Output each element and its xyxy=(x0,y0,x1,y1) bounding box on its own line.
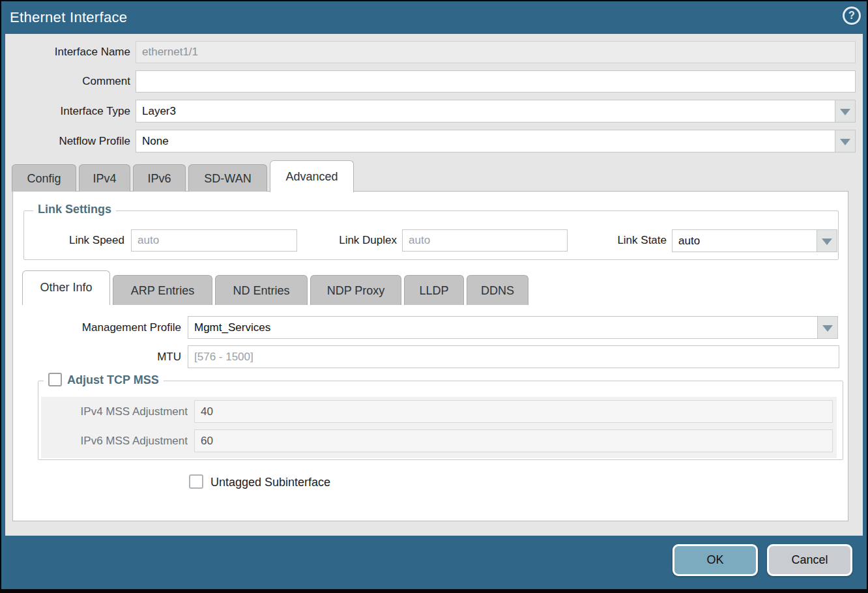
mtu-label: MTU xyxy=(51,345,181,368)
ipv4-mss-input xyxy=(194,400,833,423)
tab-advanced[interactable]: Advanced xyxy=(270,160,354,192)
tab-ddns[interactable]: DDNS xyxy=(467,275,528,305)
comment-label: Comment xyxy=(5,70,130,93)
link-speed-label: Link Speed xyxy=(53,229,124,252)
link-speed-input[interactable] xyxy=(131,229,297,252)
inner-tab-bar: Other Info ARP Entries ND Entries NDP Pr… xyxy=(22,270,528,305)
interface-type-dropdown-button[interactable] xyxy=(835,100,856,123)
tab-sdwan[interactable]: SD-WAN xyxy=(188,164,267,192)
link-duplex-input[interactable] xyxy=(402,229,568,252)
advanced-tab-panel: Link Settings Link Speed Link Duplex Lin… xyxy=(12,191,848,521)
link-state-value[interactable] xyxy=(672,229,817,252)
management-profile-value[interactable] xyxy=(188,316,818,339)
tab-config[interactable]: Config xyxy=(12,164,76,192)
dialog-footer: OK Cancel xyxy=(5,536,863,589)
ipv6-mss-input xyxy=(194,429,833,452)
ipv4-mss-label: IPv4 MSS Adjustment xyxy=(57,400,188,423)
main-tab-bar: Config IPv4 IPv6 SD-WAN Advanced xyxy=(12,160,354,192)
ipv6-mss-label: IPv6 MSS Adjustment xyxy=(57,429,188,452)
netflow-dropdown-button[interactable] xyxy=(835,130,856,152)
link-state-select[interactable] xyxy=(672,229,837,252)
chevron-down-icon xyxy=(822,239,832,245)
interface-type-label: Interface Type xyxy=(5,100,130,123)
adjust-tcp-mss-legend: Adjust TCP MSS xyxy=(44,373,164,387)
help-icon[interactable]: ? xyxy=(843,7,861,25)
tab-ipv6[interactable]: IPv6 xyxy=(133,164,186,192)
adjust-tcp-mss-text: Adjust TCP MSS xyxy=(67,373,159,386)
interface-type-select[interactable] xyxy=(136,100,856,123)
chevron-down-icon xyxy=(822,325,833,332)
link-state-label: Link State xyxy=(601,229,667,252)
title-bar: Ethernet Interface ? xyxy=(1,1,867,34)
netflow-profile-label: Netflow Profile xyxy=(5,130,130,152)
untagged-subinterface-checkbox[interactable] xyxy=(189,474,203,489)
mtu-input[interactable] xyxy=(188,345,839,368)
interface-name-label: Interface Name xyxy=(5,41,130,63)
ok-button[interactable]: OK xyxy=(673,544,758,576)
link-settings-legend: Link Settings xyxy=(33,203,116,216)
untagged-subinterface-label: Untagged Subinterface xyxy=(210,474,330,490)
netflow-profile-value[interactable] xyxy=(136,130,835,152)
cancel-button[interactable]: Cancel xyxy=(767,544,852,576)
ethernet-interface-dialog: Ethernet Interface ? Interface Name Comm… xyxy=(0,0,868,593)
link-duplex-label: Link Duplex xyxy=(325,229,397,252)
dialog-body: Interface Name Comment Interface Type Ne… xyxy=(5,34,863,536)
adjust-tcp-mss-checkbox[interactable] xyxy=(48,373,62,386)
tab-lldp[interactable]: LLDP xyxy=(404,275,464,305)
interface-type-value[interactable] xyxy=(136,100,835,123)
management-profile-label: Management Profile xyxy=(51,316,181,339)
management-profile-dropdown-button[interactable] xyxy=(818,316,838,339)
comment-input[interactable] xyxy=(136,70,856,93)
tab-ndp-proxy[interactable]: NDP Proxy xyxy=(310,275,401,305)
netflow-profile-select[interactable] xyxy=(136,130,856,152)
tab-arp-entries[interactable]: ARP Entries xyxy=(113,275,212,305)
tab-nd-entries[interactable]: ND Entries xyxy=(215,275,308,305)
dialog-title: Ethernet Interface xyxy=(10,1,127,34)
management-profile-select[interactable] xyxy=(188,316,838,339)
link-state-dropdown-button[interactable] xyxy=(817,229,837,252)
interface-name-input xyxy=(136,41,856,63)
mss-panel: IPv4 MSS Adjustment IPv6 MSS Adjustment xyxy=(41,397,837,458)
tab-ipv4[interactable]: IPv4 xyxy=(79,164,130,192)
chevron-down-icon xyxy=(840,139,850,145)
chevron-down-icon xyxy=(840,109,850,115)
tab-other-info[interactable]: Other Info xyxy=(22,270,110,305)
